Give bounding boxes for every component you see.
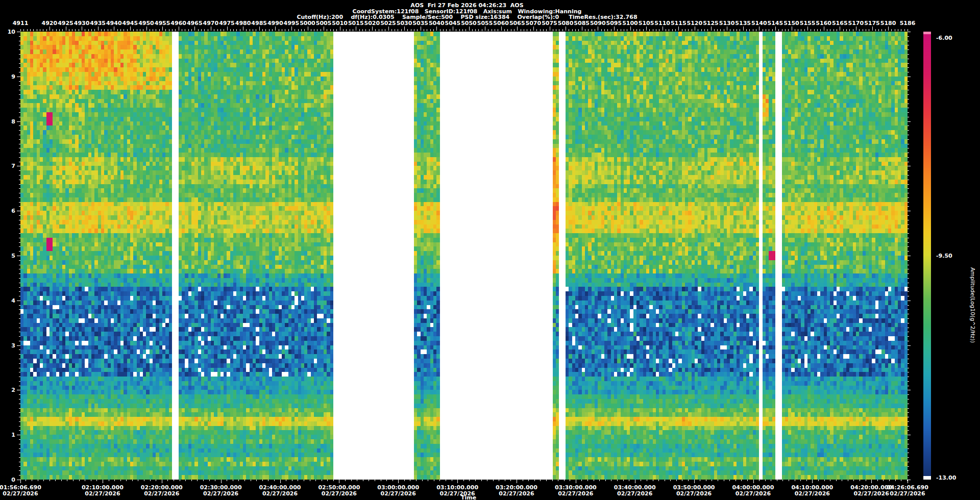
top-axis-tick [740, 29, 740, 31]
time-minor-tick [315, 480, 316, 481]
top-axis-tick [627, 29, 627, 31]
top-axis-tick [514, 29, 514, 31]
time-minor-tick [523, 480, 523, 481]
freq-tick [908, 390, 911, 390]
freq-tick [908, 148, 909, 148]
freq-tick [908, 466, 909, 467]
freq-tick [908, 193, 909, 193]
time-minor-tick [824, 480, 825, 481]
freq-tick [908, 135, 909, 135]
top-axis-tick [792, 27, 792, 31]
time-minor-tick [623, 480, 624, 481]
top-axis-tick [578, 29, 579, 31]
top-axis-label: 4995 [284, 20, 300, 27]
top-axis-tick [250, 29, 250, 31]
freq-tick [908, 188, 909, 189]
time-minor-tick [167, 480, 168, 481]
time-minor-tick [32, 480, 32, 481]
top-axis-tick [772, 29, 773, 31]
time-minor-tick [658, 480, 659, 481]
time-minor-tick [404, 480, 405, 481]
time-minor-tick [85, 480, 85, 481]
top-axis-tick [246, 29, 247, 31]
top-axis-tick [488, 29, 488, 31]
time-minor-tick [546, 480, 547, 481]
top-axis-label: 4985 [251, 20, 267, 27]
freq-tick [908, 462, 909, 462]
time-minor-tick [653, 480, 653, 481]
top-axis-tick [785, 29, 786, 31]
time-minor-tick [469, 480, 470, 481]
freq-tick [908, 269, 909, 269]
time-minor-tick [209, 480, 210, 481]
time-minor-tick [700, 480, 700, 481]
freq-tick [908, 404, 909, 404]
time-minor-tick [617, 480, 618, 481]
top-axis-tick [759, 27, 760, 31]
freq-tick [908, 238, 909, 238]
time-minor-tick [174, 480, 174, 481]
time-minor-tick [836, 480, 837, 481]
top-axis-tick [298, 29, 299, 31]
time-minor-tick [599, 480, 600, 481]
top-axis-tick [359, 29, 360, 31]
time-major-tick [694, 480, 695, 483]
time-minor-tick [581, 480, 582, 481]
top-axis-tick [701, 29, 702, 31]
date-label: 02/27/2026 [617, 490, 652, 497]
top-axis-tick [282, 29, 282, 31]
top-axis-tick [763, 29, 763, 31]
top-axis-tick [236, 29, 237, 31]
top-axis-tick [175, 29, 176, 31]
time-minor-tick [185, 480, 186, 481]
top-axis-tick [756, 29, 756, 31]
top-axis-tick [692, 29, 692, 31]
top-axis-tick [804, 29, 805, 31]
freq-tick [908, 314, 909, 314]
time-major-tick [908, 480, 908, 483]
freq-tick [17, 480, 20, 480]
freq-tick [908, 90, 909, 90]
freq-label: 2 [4, 387, 15, 393]
freq-tick [17, 345, 20, 346]
freq-tick [908, 153, 909, 153]
top-axis-tick [133, 29, 134, 31]
top-axis-tick [343, 29, 344, 31]
top-axis-tick [85, 29, 85, 31]
top-axis-tick [682, 29, 682, 31]
top-axis-tick [194, 27, 195, 31]
time-minor-tick [262, 480, 263, 481]
time-minor-tick [357, 480, 357, 481]
top-axis-tick [395, 29, 395, 31]
top-axis-tick [372, 27, 373, 31]
top-axis-tick [285, 29, 285, 31]
freq-label: 4 [4, 297, 15, 304]
top-axis-label: 5170 [848, 20, 864, 27]
time-minor-tick [363, 480, 363, 481]
freq-tick [908, 359, 909, 359]
top-axis-label: 5175 [864, 20, 880, 27]
top-axis-tick [669, 29, 669, 31]
top-axis-tick [30, 29, 31, 31]
top-axis-label: 5035 [412, 20, 428, 27]
top-axis-label: 5040 [429, 20, 445, 27]
time-minor-tick [274, 480, 275, 481]
top-axis-tick [411, 29, 411, 31]
top-axis-tick [162, 27, 163, 31]
spectrogram-canvas[interactable] [20, 32, 908, 480]
top-axis-label: 5005 [316, 20, 332, 27]
top-axis-tick [108, 29, 108, 31]
time-minor-tick [197, 480, 198, 481]
top-axis-tick [353, 29, 353, 31]
time-minor-tick [706, 480, 706, 481]
freq-tick [908, 59, 909, 59]
date-label: 02/27/2026 [85, 490, 120, 497]
top-axis-label: 4975 [219, 20, 235, 27]
top-axis-tick [362, 29, 363, 31]
top-axis-tick [295, 29, 295, 31]
freq-tick [908, 104, 909, 104]
top-axis-tick [814, 29, 815, 31]
top-axis-label: 5000 [300, 20, 315, 27]
time-minor-tick [150, 480, 151, 481]
time-minor-tick [510, 480, 511, 481]
